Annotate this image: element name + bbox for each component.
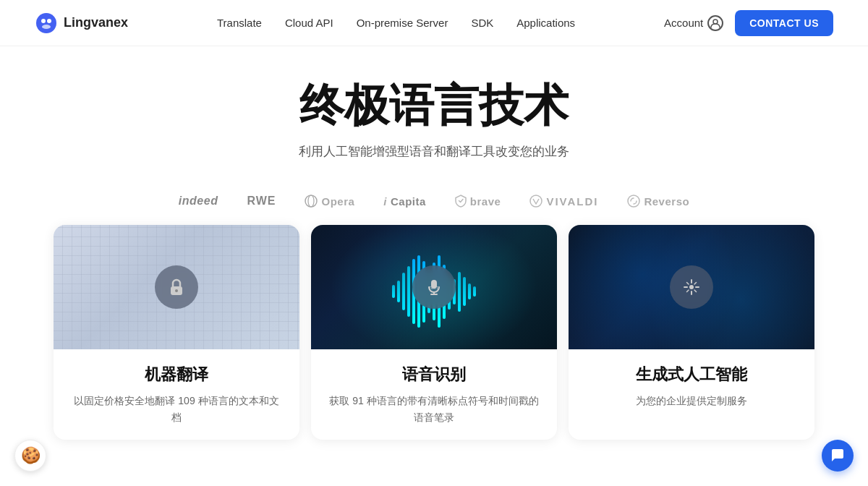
cards-section: 机器翻译 以固定价格安全地翻译 109 种语言的文本和文档 bbox=[0, 225, 868, 440]
lock-icon bbox=[166, 277, 187, 297]
account-icon bbox=[707, 15, 723, 31]
microphone-icon: TEXT bbox=[424, 277, 444, 297]
nav-on-premise[interactable]: On-premise Server bbox=[357, 17, 448, 29]
logo-rwe: RWE bbox=[247, 195, 276, 208]
logo-icon bbox=[35, 12, 58, 35]
card-title-ai: 生成式人工智能 bbox=[586, 364, 797, 385]
card-image-ai bbox=[569, 225, 814, 349]
card-generative-ai: 生成式人工智能 为您的企业提供定制服务 bbox=[569, 225, 814, 440]
card-body-sr: 语音识别 获取 91 种语言的带有清晰标点符号和时间戳的语音笔录 bbox=[311, 349, 557, 440]
contact-button[interactable]: CONTACT US bbox=[735, 10, 833, 36]
card-image-sr: TEXT bbox=[311, 225, 557, 349]
card-speech-recognition: TEXT 语音识别 获取 91 种语言的带有清晰标点符号和时间戳的语音笔录 bbox=[311, 225, 557, 440]
svg-point-6 bbox=[308, 195, 314, 207]
svg-point-3 bbox=[42, 25, 51, 29]
hero-section: 终极语言技术 利用人工智能增强型语音和翻译工具改变您的业务 bbox=[0, 46, 868, 182]
svg-point-4 bbox=[713, 20, 718, 24]
partner-logos: indeed RWE Opera iCapita brave VIVALDI R… bbox=[0, 182, 868, 225]
hero-subtitle: 利用人工智能增强型语音和翻译工具改变您的业务 bbox=[14, 142, 854, 161]
svg-point-15 bbox=[689, 285, 694, 289]
svg-point-5 bbox=[305, 195, 317, 207]
account-label: Account bbox=[664, 17, 703, 29]
logo-text: Lingvanex bbox=[64, 15, 128, 30]
logo-indeed: indeed bbox=[179, 195, 218, 208]
hero-title: 终极语言技术 bbox=[14, 81, 854, 130]
card-body-ai: 生成式人工智能 为您的企业提供定制服务 bbox=[569, 349, 814, 423]
sparkle-icon-circle bbox=[670, 265, 713, 309]
cookie-emoji: 🍪 bbox=[21, 446, 41, 465]
chat-icon bbox=[830, 448, 846, 464]
card-title-sr: 语音识别 bbox=[328, 364, 540, 385]
svg-point-0 bbox=[36, 13, 56, 33]
card-desc-mt: 以固定价格安全地翻译 109 种语言的文本和文档 bbox=[71, 393, 282, 425]
header: Lingvanex Translate Cloud API On-premise… bbox=[0, 0, 868, 46]
account-link[interactable]: Account bbox=[664, 15, 723, 31]
main-nav: Translate Cloud API On-premise Server SD… bbox=[217, 17, 575, 29]
sparkle-icon bbox=[681, 277, 702, 297]
waveform-icon-circle: TEXT bbox=[412, 265, 456, 309]
nav-sdk[interactable]: SDK bbox=[471, 17, 493, 29]
logo-reverso: Reverso bbox=[627, 195, 689, 208]
svg-point-1 bbox=[41, 19, 46, 23]
card-title-mt: 机器翻译 bbox=[71, 364, 282, 385]
chat-button[interactable] bbox=[822, 440, 854, 472]
cookie-button[interactable]: 🍪 bbox=[14, 440, 46, 472]
logo-opera: Opera bbox=[305, 195, 354, 208]
nav-cloud-api[interactable]: Cloud API bbox=[285, 17, 333, 29]
svg-point-2 bbox=[47, 19, 51, 23]
card-body-mt: 机器翻译 以固定价格安全地翻译 109 种语言的文本和文档 bbox=[54, 349, 299, 440]
card-desc-sr: 获取 91 种语言的带有清晰标点符号和时间戳的语音笔录 bbox=[328, 393, 540, 425]
card-image-mt bbox=[54, 225, 299, 349]
svg-point-10 bbox=[175, 289, 178, 292]
logo-vivaldi: VIVALDI bbox=[529, 195, 598, 208]
logo[interactable]: Lingvanex bbox=[35, 12, 128, 35]
svg-point-8 bbox=[628, 195, 639, 207]
nav-applications[interactable]: Applications bbox=[516, 17, 575, 29]
card-desc-ai: 为您的企业提供定制服务 bbox=[586, 393, 797, 409]
nav-translate[interactable]: Translate bbox=[217, 17, 262, 29]
header-right: Account CONTACT US bbox=[664, 10, 833, 36]
lock-icon-circle bbox=[155, 265, 198, 309]
svg-point-7 bbox=[530, 195, 542, 207]
card-machine-translation: 机器翻译 以固定价格安全地翻译 109 种语言的文本和文档 bbox=[54, 225, 299, 440]
logo-brave: brave bbox=[455, 195, 501, 208]
logo-icapita: iCapita bbox=[383, 195, 426, 208]
svg-text:TEXT: TEXT bbox=[429, 286, 438, 290]
